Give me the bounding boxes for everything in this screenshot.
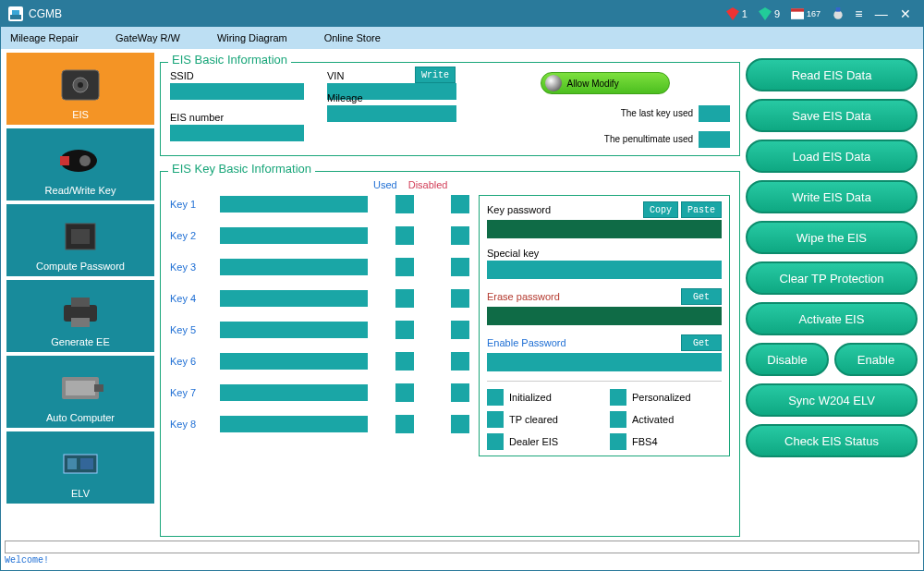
- gem-red: 1: [726, 7, 748, 20]
- key-1-disabled-checkbox[interactable]: [451, 195, 469, 213]
- key-7-disabled-checkbox[interactable]: [451, 383, 469, 402]
- load-eis-data-button[interactable]: Load EIS Data: [746, 140, 918, 173]
- menu-mileage-repair[interactable]: Mileage Repair: [10, 32, 79, 43]
- checkbox-icon[interactable]: [610, 411, 626, 428]
- erase-password-label: Erase password: [487, 291, 560, 302]
- copy-button[interactable]: Copy: [643, 201, 678, 218]
- checkbox-icon[interactable]: [487, 411, 504, 428]
- penultimate-field: [699, 131, 730, 148]
- sidebar-item-read-write-key[interactable]: Read/Write Key: [6, 128, 154, 200]
- key-7-used-checkbox[interactable]: [395, 383, 414, 402]
- vin-write-button[interactable]: Write: [415, 67, 456, 83]
- read-eis-data-button[interactable]: Read EIS Data: [746, 58, 918, 91]
- medal-icon[interactable]: [832, 7, 845, 20]
- write-eis-data-button[interactable]: Write EIS Data: [746, 180, 918, 213]
- key-3-used-checkbox[interactable]: [395, 258, 414, 276]
- eis-number-field[interactable]: [170, 125, 304, 141]
- eis-key-title: EIS Key Basic Information: [168, 162, 315, 176]
- key-3-disabled-checkbox[interactable]: [451, 258, 469, 276]
- svg-point-13: [79, 155, 91, 166]
- checkbox-icon[interactable]: [487, 389, 504, 406]
- key-8-disabled-checkbox[interactable]: [451, 415, 469, 433]
- enable-password-field[interactable]: [487, 353, 722, 371]
- toggle-dot-icon: [545, 75, 562, 91]
- status-tp-cleared: TP cleared: [487, 411, 599, 428]
- svg-rect-20: [66, 381, 95, 395]
- allow-modify-button[interactable]: Allow Modify: [541, 72, 670, 94]
- key-label: Key 3: [170, 261, 211, 273]
- sidebar-item-eis[interactable]: EIS: [6, 53, 154, 125]
- menu-online-store[interactable]: Online Store: [324, 32, 381, 43]
- key-1-field[interactable]: [220, 196, 368, 213]
- minimize-icon[interactable]: —: [875, 6, 888, 21]
- sync-w204-elv-button[interactable]: Sync W204 ELV: [746, 383, 918, 417]
- key-label: Key 7: [170, 387, 211, 398]
- calendar-icon[interactable]: 167: [791, 7, 821, 20]
- key-password-field[interactable]: [487, 220, 722, 238]
- save-eis-data-button[interactable]: Save EIS Data: [746, 99, 918, 132]
- status-personalized: Personalized: [610, 389, 722, 406]
- special-key-label: Special key: [487, 248, 539, 259]
- wipe-the-eis-button[interactable]: Wipe the EIS: [746, 221, 918, 254]
- mileage-field[interactable]: [327, 105, 456, 122]
- erase-password-field[interactable]: [487, 307, 722, 325]
- sidebar-item-compute-password[interactable]: Compute Password: [6, 204, 154, 276]
- activate-eis-button[interactable]: Activate EIS: [746, 302, 918, 335]
- key-1-used-checkbox[interactable]: [395, 195, 414, 213]
- app-logo: [8, 6, 23, 21]
- actions-panel: Read EIS DataSave EIS DataLoad EIS DataW…: [746, 53, 918, 537]
- key-7-field[interactable]: [220, 384, 368, 401]
- menu-gateway-rw[interactable]: GateWay R/W: [116, 32, 180, 43]
- checkbox-icon[interactable]: [487, 433, 504, 450]
- key-4-disabled-checkbox[interactable]: [451, 289, 469, 308]
- sidebar-item-elv[interactable]: ELV: [6, 431, 154, 504]
- eis-basic-group: EIS Basic Information SSID EIS number VI…: [160, 62, 740, 156]
- menu-wiring-diagram[interactable]: Wiring Diagram: [217, 32, 287, 43]
- checkbox-icon[interactable]: [610, 433, 626, 450]
- check-eis-status-button[interactable]: Check EIS Status: [746, 424, 918, 457]
- close-icon[interactable]: ✕: [900, 6, 911, 21]
- key-5-disabled-checkbox[interactable]: [451, 321, 469, 339]
- sidebar-item-generate-ee[interactable]: Generate EE: [6, 280, 154, 352]
- key-2-disabled-checkbox[interactable]: [451, 226, 469, 245]
- key-row: Key 6: [170, 352, 469, 371]
- erase-get-button[interactable]: Get: [681, 288, 722, 305]
- key-8-field[interactable]: [220, 416, 368, 432]
- key-2-field[interactable]: [220, 227, 368, 244]
- key-label: Key 2: [170, 230, 211, 241]
- eis-key-group: EIS Key Basic Information UsedDisabled K…: [160, 171, 740, 537]
- enable-get-button[interactable]: Get: [681, 334, 722, 351]
- svg-rect-17: [71, 298, 90, 307]
- ssid-field[interactable]: [170, 83, 304, 100]
- enable-button[interactable]: Enable: [834, 343, 918, 376]
- disable-button[interactable]: Disable: [746, 343, 829, 376]
- sidebar-item-label: ELV: [71, 488, 90, 499]
- status-fbs4: FBS4: [610, 433, 722, 450]
- key-5-field[interactable]: [220, 322, 368, 338]
- key-8-used-checkbox[interactable]: [395, 415, 414, 433]
- clear-tp-protection-button[interactable]: Clear TP Protection: [746, 261, 918, 295]
- enable-password-label: Enable Password: [487, 337, 566, 348]
- key-4-used-checkbox[interactable]: [395, 289, 414, 308]
- key-label: Key 8: [170, 419, 211, 430]
- svg-marker-2: [726, 7, 739, 20]
- key-3-field[interactable]: [220, 259, 368, 275]
- key-2-used-checkbox[interactable]: [395, 226, 414, 245]
- key-6-used-checkbox[interactable]: [395, 352, 414, 371]
- keys-list: Key 1Key 2Key 3Key 4Key 5Key 6Key 7Key 8: [170, 195, 469, 456]
- key-password-label: Key password: [487, 204, 551, 215]
- paste-button[interactable]: Paste: [681, 201, 722, 218]
- special-key-field[interactable]: [487, 261, 722, 279]
- key-4-field[interactable]: [220, 290, 368, 307]
- sidebar-item-auto-computer[interactable]: Auto Computer: [6, 356, 154, 428]
- elv-module-icon: [53, 443, 108, 484]
- key-6-field[interactable]: [220, 353, 368, 370]
- key-6-disabled-checkbox[interactable]: [451, 352, 469, 371]
- menu-icon[interactable]: ≡: [855, 6, 862, 21]
- svg-point-6: [833, 11, 842, 19]
- svg-rect-12: [60, 156, 69, 165]
- checkbox-icon[interactable]: [610, 389, 626, 406]
- gem-green: 9: [759, 7, 780, 20]
- key-5-used-checkbox[interactable]: [395, 321, 414, 339]
- sidebar-item-label: Compute Password: [36, 261, 125, 272]
